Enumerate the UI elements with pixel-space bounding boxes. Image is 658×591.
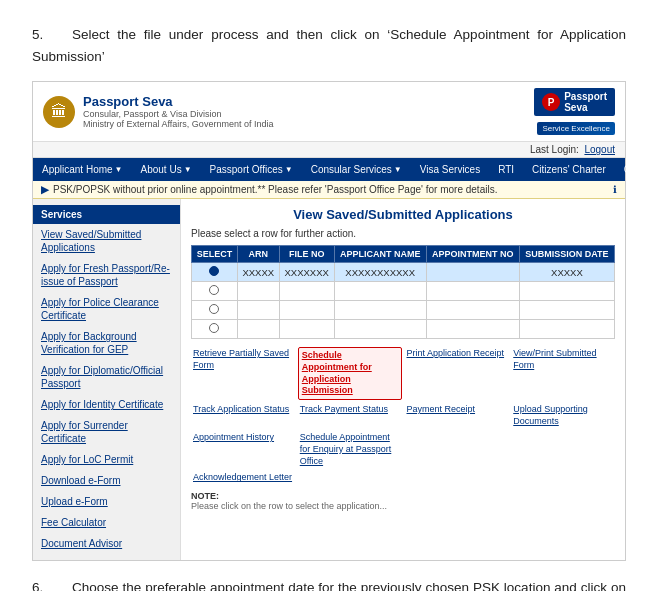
badge-text: Passport Seva — [564, 91, 607, 113]
radio-unselected[interactable] — [209, 304, 219, 314]
link-payment-receipt[interactable]: Payment Receipt — [405, 403, 509, 428]
sidebar-link-surrender-certificate[interactable]: Apply for Surrender Certificate — [33, 415, 180, 449]
table-row[interactable] — [192, 301, 615, 320]
link-upload-docs[interactable]: Upload Supporting Documents — [511, 403, 615, 428]
nav-arrow-icon: ▼ — [184, 165, 192, 174]
portal-header: 🏛 Passport Seva Consular, Passport & Vis… — [33, 82, 625, 142]
emblem-icon: 🏛 — [43, 96, 75, 128]
sidebar-link-loc-permit[interactable]: Apply for LoC Permit — [33, 449, 180, 470]
nav-contact-us[interactable]: Contact Us ▼ — [615, 158, 658, 181]
cell-submission-date: XXXXX — [519, 263, 614, 282]
col-arn: ARN — [237, 246, 279, 263]
cell-file-no — [279, 282, 334, 301]
cell-appointment-no — [426, 263, 519, 282]
link-schedule-appointment[interactable]: Schedule Appointment for Application Sub… — [298, 347, 402, 400]
table-row[interactable] — [192, 282, 615, 301]
col-submission-date: SUBMISSION DATE — [519, 246, 614, 263]
step6-instruction: 6.Choose the preferable appointment date… — [32, 577, 626, 591]
portal-logo-area: 🏛 Passport Seva Consular, Passport & Vis… — [43, 94, 273, 129]
step5-instruction: 5.Select the file under process and then… — [32, 24, 626, 67]
cell-submission-date — [519, 320, 614, 339]
page-container: 5.Select the file under process and then… — [0, 0, 658, 591]
cell-appointment-no — [426, 301, 519, 320]
step5-number: 5. — [32, 24, 72, 46]
ticker-arrow-icon: ▶ — [41, 184, 49, 195]
cell-applicant-name — [334, 282, 426, 301]
nav-rti[interactable]: RTI — [489, 158, 523, 181]
sidebar-link-fee-calculator[interactable]: Fee Calculator — [33, 512, 180, 533]
radio-unselected[interactable] — [209, 323, 219, 333]
sidebar-link-fresh-passport[interactable]: Apply for Fresh Passport/Re-issue of Pas… — [33, 258, 180, 292]
main-title: View Saved/Submitted Applications — [191, 207, 615, 222]
sidebar-link-download-eform[interactable]: Download e-Form — [33, 470, 180, 491]
sidebar-link-view-saved[interactable]: View Saved/Submitted Applications — [33, 224, 180, 258]
portal-logo-right: P Passport Seva Service Excellence — [534, 88, 615, 135]
nav-consular-services[interactable]: Consular Services ▼ — [302, 158, 411, 181]
sidebar-link-police-clearance[interactable]: Apply for Police Clearance Certificate — [33, 292, 180, 326]
sidebar-link-diplomatic-passport[interactable]: Apply for Diplomatic/Official Passport — [33, 360, 180, 394]
link-view-print-form[interactable]: View/Print Submitted Form — [511, 347, 615, 400]
cell-appointment-no — [426, 320, 519, 339]
cell-arn — [237, 282, 279, 301]
cell-arn: XXXXX — [237, 263, 279, 282]
portal-wrapper: 🏛 Passport Seva Consular, Passport & Vis… — [32, 81, 626, 561]
cell-arn — [237, 301, 279, 320]
portal-ticker: ▶ PSK/POPSK without prior online appoint… — [33, 181, 625, 199]
col-appointment-no: APPOINTMENT NO — [426, 246, 519, 263]
service-excellence-badge: Service Excellence — [537, 122, 615, 135]
note-label: NOTE: — [191, 491, 615, 501]
cell-file-no: XXXXXXX — [279, 263, 334, 282]
sidebar-header: Services — [33, 205, 180, 224]
nav-arrow-icon: ▼ — [285, 165, 293, 174]
cell-applicant-name — [334, 320, 426, 339]
cell-submission-date — [519, 301, 614, 320]
applications-table: SELECT ARN FILE NO APPLICANT NAME APPOIN… — [191, 245, 615, 339]
sidebar-link-document-advisor[interactable]: Document Advisor — [33, 533, 180, 554]
nav-about-us[interactable]: About Us ▼ — [132, 158, 201, 181]
nav-visa-services[interactable]: Visa Services — [411, 158, 489, 181]
radio-unselected[interactable] — [209, 285, 219, 295]
nav-arrow-icon: ▼ — [115, 165, 123, 174]
nav-arrow-icon: ▼ — [394, 165, 402, 174]
sidebar-link-upload-eform[interactable]: Upload e-Form — [33, 491, 180, 512]
cell-submission-date — [519, 282, 614, 301]
badge-icon: P — [542, 93, 560, 111]
link-appointment-history[interactable]: Appointment History — [191, 431, 295, 468]
portal-sidebar: Services View Saved/Submitted Applicatio… — [33, 199, 181, 560]
step6-number: 6. — [32, 577, 72, 591]
portal-content: Services View Saved/Submitted Applicatio… — [33, 199, 625, 560]
nav-citizens-charter[interactable]: Citizens' Charter — [523, 158, 615, 181]
col-applicant-name: APPLICANT NAME — [334, 246, 426, 263]
portal-sub1: Consular, Passport & Visa Division — [83, 109, 273, 119]
nav-passport-offices[interactable]: Passport Offices ▼ — [201, 158, 302, 181]
portal-sub2: Ministry of External Affairs, Government… — [83, 119, 273, 129]
cell-file-no — [279, 320, 334, 339]
link-schedule-enquiry[interactable]: Schedule Appointment for Enquiry at Pass… — [298, 431, 402, 468]
table-row[interactable] — [192, 320, 615, 339]
link-acknowledgement[interactable]: Acknowledgement Letter — [191, 471, 295, 485]
link-track-application[interactable]: Track Application Status — [191, 403, 295, 428]
col-select: SELECT — [192, 246, 238, 263]
portal-logo-text: Passport Seva Consular, Passport & Visa … — [83, 94, 273, 129]
portal-nav: Applicant Home ▼ About Us ▼ Passport Off… — [33, 158, 625, 181]
portal-main: View Saved/Submitted Applications Please… — [181, 199, 625, 560]
cell-arn — [237, 320, 279, 339]
logout-link[interactable]: Logout — [584, 144, 615, 155]
col-file-no: FILE NO — [279, 246, 334, 263]
note-desc: Please click on the row to select the ap… — [191, 501, 615, 511]
link-print-receipt[interactable]: Print Application Receipt — [405, 347, 509, 400]
sidebar-link-identity-certificate[interactable]: Apply for Identity Certificate — [33, 394, 180, 415]
sidebar-link-background-verification[interactable]: Apply for Background Verification for GE… — [33, 326, 180, 360]
passport-seva-badge: P Passport Seva — [534, 88, 615, 116]
ticker-info-icon[interactable]: ℹ — [613, 184, 617, 195]
link-track-payment[interactable]: Track Payment Status — [298, 403, 402, 428]
last-login-bar: Last Login: Logout — [33, 142, 625, 158]
action-links-grid: Retrieve Partially Saved Form Schedule A… — [191, 347, 615, 485]
cell-file-no — [279, 301, 334, 320]
link-retrieve-form[interactable]: Retrieve Partially Saved Form — [191, 347, 295, 400]
cell-applicant-name — [334, 301, 426, 320]
nav-applicant-home[interactable]: Applicant Home ▼ — [33, 158, 132, 181]
radio-selected[interactable] — [209, 266, 219, 276]
cell-applicant-name: XXXXXXXXXXX — [334, 263, 426, 282]
table-row[interactable]: XXXXX XXXXXXX XXXXXXXXXXX XXXXX — [192, 263, 615, 282]
